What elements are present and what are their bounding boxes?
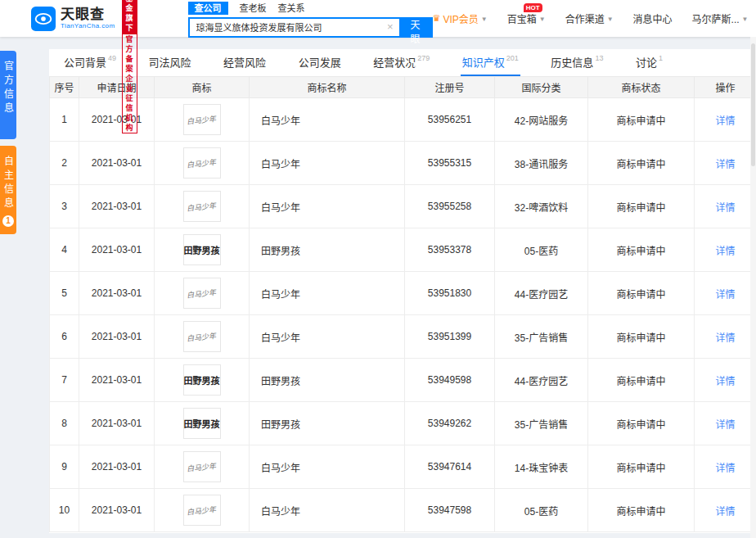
tab-讨论[interactable]: 讨论1 [634,49,664,76]
search-tab[interactable]: 查公司 [188,2,228,15]
sidebar-tab-self-info[interactable]: 自主信息 1 [0,146,16,234]
trademark-image[interactable]: 白马少年 [183,495,221,526]
trademark-image[interactable]: 田野男孩 [183,408,221,439]
cell-registration-no: 53947598 [405,489,495,532]
search-block: 查公司查老板查关系 × 天眼一下 [188,0,433,37]
detail-link[interactable]: 详情 [715,115,735,127]
detail-link[interactable]: 详情 [715,159,735,170]
cell-registration-no: 53951830 [405,272,495,315]
nav-item-label: 马尔萨斯... [692,11,740,25]
detail-link[interactable]: 详情 [715,289,735,301]
tab-公司发展[interactable]: 公司发展 [297,49,343,76]
trademark-image[interactable]: 白马少年 [183,191,221,222]
notification-badge: 1 [2,215,14,227]
tab-label: 经营风险 [223,54,266,70]
tab-公司背景[interactable]: 公司背景49 [62,49,118,76]
cell-intl-class: 35-广告销售 [495,402,588,445]
cell-intl-class: 35-广告销售 [495,315,588,359]
cert-badge-line1: 国家中小企业发展子基金旗下 [122,0,137,34]
table-row: 52021-03-01白马少年白马少年5395183044-医疗园艺商标申请中详… [50,272,756,315]
cell-trademark-image: 田野男孩 [155,228,250,272]
cell-trademark-image: 田野男孩 [155,359,250,402]
tab-历史信息[interactable]: 历史信息13 [549,49,605,76]
cell-trademark-name: 白马少年 [250,489,405,532]
nav-item-label: 消息中心 [633,11,673,25]
detail-link[interactable]: 详情 [715,376,735,387]
tianyancha-logo[interactable]: 天眼查 TianYanCha.com [31,7,115,31]
search-tab[interactable]: 查关系 [278,2,305,14]
trademark-image[interactable]: 白马少年 [183,321,221,352]
cell-status: 商标申请中 [588,445,695,489]
header-nav: ♛VIP会员▼百宝箱HOT▼合作渠道▼消息中心马尔萨斯...▼ [433,11,749,25]
chevron-down-icon: ▼ [742,16,749,23]
trademark-table-body: 12021-03-01白马少年白马少年5395625142-网站服务商标申请中详… [50,98,756,532]
cell-trademark-name: 田野男孩 [250,228,405,272]
nav-item[interactable]: 百宝箱HOT▼ [507,11,546,25]
cell-serial: 8 [50,402,79,445]
column-header: 商标状态 [588,77,695,98]
tab-经营风险[interactable]: 经营风险 [222,49,268,76]
cell-trademark-name: 白马少年 [250,185,405,228]
cell-registration-no: 53956251 [405,98,495,142]
nav-item[interactable]: 合作渠道▼ [565,11,614,25]
trademark-image-text: 白马少年 [187,287,217,301]
cell-intl-class: 44-医疗园艺 [495,359,588,402]
detail-link[interactable]: 详情 [715,202,735,214]
nav-item[interactable]: 消息中心 [633,11,673,25]
cell-trademark-image: 白马少年 [155,142,250,185]
cell-registration-no: 53955315 [405,142,495,185]
table-row: 82021-03-01田野男孩田野男孩5394926235-广告销售商标申请中详… [50,402,756,445]
cell-trademark-name: 田野男孩 [250,359,405,402]
detail-link[interactable]: 详情 [715,419,735,431]
cell-serial: 5 [50,272,79,315]
cell-apply-date: 2021-03-01 [79,185,155,228]
detail-link[interactable]: 详情 [715,463,735,474]
cell-trademark-image: 白马少年 [155,315,250,359]
trademark-image[interactable]: 白马少年 [183,278,221,309]
nav-item-label: 百宝箱 [507,11,537,25]
trademark-image[interactable]: 田野男孩 [183,364,221,396]
detail-link[interactable]: 详情 [715,332,735,344]
search-tab[interactable]: 查老板 [240,2,267,14]
column-header: 商标名称 [250,77,405,98]
tab-司法风险[interactable]: 司法风险 [147,49,193,76]
nav-item[interactable]: 马尔萨斯...▼ [692,11,749,25]
cell-status: 商标申请中 [588,315,695,359]
cell-trademark-name: 田野男孩 [250,402,405,445]
cell-trademark-image: 白马少年 [155,445,250,489]
detail-link[interactable]: 详情 [715,506,735,518]
tab-label: 讨论 [636,54,657,70]
cell-status: 商标申请中 [588,272,695,315]
search-input[interactable] [188,17,399,38]
trademark-image[interactable]: 白马少年 [183,147,221,179]
table-row: 92021-03-01白马少年白马少年5394761414-珠宝钟表商标申请中详… [50,445,756,489]
tab-知识产权[interactable]: 知识产权201 [461,49,520,76]
trademark-image[interactable]: 田野男孩 [183,234,221,265]
table-header-row: 序号申请日期商标商标名称注册号国际分类商标状态操作 [50,77,756,98]
cell-apply-date: 2021-03-01 [79,272,155,315]
trademark-image-text: 田野男孩 [184,373,220,387]
main-content: 公司背景49司法风险经营风险公司发展经营状况279知识产权201历史信息13讨论… [49,49,756,533]
cell-trademark-image: 田野男孩 [155,402,250,445]
trademark-image[interactable]: 白马少年 [183,451,221,482]
top-header: 天眼查 TianYanCha.com 国家中小企业发展子基金旗下 官方备案企业征… [0,0,756,37]
trademark-image-text: 白马少年 [187,156,217,170]
tab-经营状况[interactable]: 经营状况279 [371,49,431,76]
trademark-image-text: 白马少年 [187,113,217,127]
column-header: 操作 [695,77,756,98]
vip-crown-icon: ♛ [433,13,441,24]
cell-apply-date: 2021-03-01 [79,359,155,402]
nav-item[interactable]: ♛VIP会员▼ [433,11,488,25]
tab-label: 知识产权 [462,54,505,70]
clear-icon[interactable]: × [387,20,394,34]
cell-action: 详情 [695,142,756,185]
sidebar-tab-official-info[interactable]: 官方信息 [0,51,16,139]
trademark-image[interactable]: 白马少年 [183,104,221,135]
vertical-scrollbar[interactable] [750,37,756,538]
tab-label: 经营状况 [373,54,416,70]
detail-link[interactable]: 详情 [715,246,735,257]
scrollbar-thumb[interactable] [751,43,755,166]
tab-label: 司法风险 [149,54,191,70]
search-button[interactable]: 天眼一下 [399,17,433,38]
cell-action: 详情 [695,98,756,142]
